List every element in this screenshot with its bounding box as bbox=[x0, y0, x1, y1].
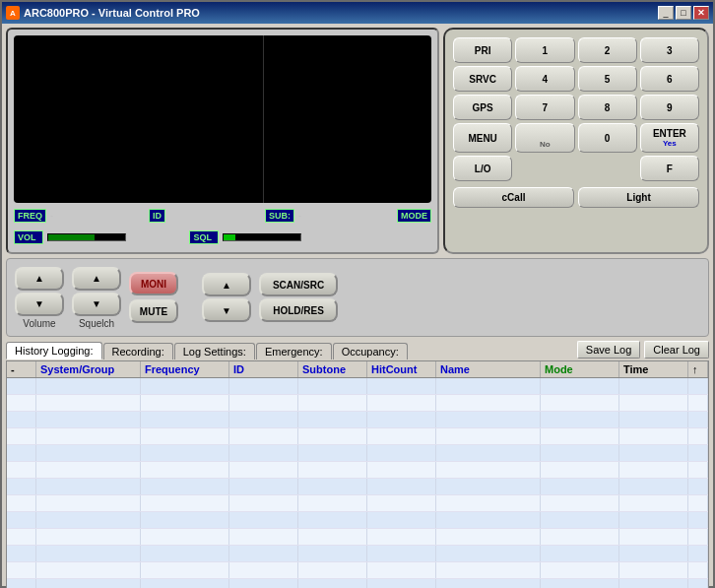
scan-src-button[interactable]: SCAN/SRC bbox=[259, 273, 338, 296]
key-lo[interactable]: L/O bbox=[453, 156, 512, 181]
table-cell bbox=[436, 412, 541, 427]
light-button[interactable]: Light bbox=[578, 187, 699, 208]
table-row[interactable] bbox=[7, 512, 708, 529]
key-2[interactable]: 2 bbox=[578, 37, 637, 63]
volume-down-button[interactable]: ▼ bbox=[15, 293, 64, 316]
table-cell bbox=[367, 546, 436, 561]
tab-recording[interactable]: Recording: bbox=[103, 343, 173, 359]
table-cell bbox=[298, 428, 367, 444]
table-cell bbox=[541, 546, 619, 561]
table-row[interactable] bbox=[7, 428, 708, 445]
table-cell bbox=[7, 378, 36, 394]
table-cell bbox=[436, 512, 541, 528]
table-row[interactable] bbox=[7, 378, 708, 395]
key-f[interactable]: F bbox=[640, 156, 699, 181]
table-cell bbox=[436, 529, 541, 545]
table-row[interactable] bbox=[7, 579, 708, 588]
key-5[interactable]: 5 bbox=[578, 66, 637, 92]
title-buttons: _ □ ✕ bbox=[658, 6, 709, 20]
col-header-name: Name bbox=[436, 361, 541, 377]
key-blank1 bbox=[515, 156, 574, 181]
vol-row: VOL SQL bbox=[14, 229, 431, 246]
key-0[interactable]: 0 bbox=[578, 123, 637, 153]
key-srvc[interactable]: SRVC bbox=[453, 66, 512, 92]
keypad-panel: PRI 1 2 3 SRVC 4 5 6 GPS 7 8 9 MENU bbox=[443, 28, 709, 254]
tab-occupancy[interactable]: Occupancy: bbox=[333, 343, 408, 359]
table-cell bbox=[688, 579, 708, 588]
maximize-button[interactable]: □ bbox=[676, 6, 691, 20]
mute-button[interactable]: MUTE bbox=[129, 299, 178, 323]
table-cell bbox=[298, 395, 367, 411]
squelch-down-button[interactable]: ▼ bbox=[72, 293, 121, 316]
key-dot[interactable]: No bbox=[515, 123, 574, 153]
squelch-up-button[interactable]: ▲ bbox=[72, 267, 121, 291]
minimize-button[interactable]: _ bbox=[658, 6, 674, 20]
table-cell bbox=[141, 546, 229, 561]
table-cell bbox=[688, 378, 708, 394]
table-cell bbox=[541, 462, 619, 478]
save-log-button[interactable]: Save Log bbox=[577, 341, 640, 359]
updown-group: ▲ ▼ bbox=[202, 273, 251, 322]
tab-log-settings[interactable]: Log Settings: bbox=[174, 343, 255, 359]
table-cell bbox=[688, 462, 708, 478]
table-row[interactable] bbox=[7, 495, 708, 512]
close-button[interactable]: ✕ bbox=[693, 6, 709, 20]
table-row[interactable] bbox=[7, 529, 708, 546]
key-6[interactable]: 6 bbox=[640, 66, 699, 92]
clear-log-button[interactable]: Clear Log bbox=[644, 341, 709, 359]
vol-slider[interactable] bbox=[47, 233, 126, 241]
table-row[interactable] bbox=[7, 412, 708, 428]
table-cell bbox=[141, 579, 229, 588]
key-blank2 bbox=[578, 156, 637, 181]
table-cell bbox=[436, 395, 541, 411]
key-9[interactable]: 9 bbox=[640, 95, 699, 120]
table-row[interactable] bbox=[7, 479, 708, 495]
key-pri[interactable]: PRI bbox=[453, 37, 512, 63]
key-8[interactable]: 8 bbox=[578, 95, 637, 120]
col-header-time: Time bbox=[619, 361, 688, 377]
table-cell bbox=[229, 462, 298, 478]
scan-hold-group: SCAN/SRC HOLD/RES bbox=[259, 273, 338, 322]
tab-emergency[interactable]: Emergency: bbox=[256, 343, 332, 359]
table-row[interactable] bbox=[7, 395, 708, 412]
key-enter[interactable]: ENTER Yes bbox=[640, 123, 699, 153]
key-3[interactable]: 3 bbox=[640, 37, 699, 63]
channel-up-button[interactable]: ▲ bbox=[202, 273, 251, 296]
tab-history-logging[interactable]: History Logging: bbox=[6, 342, 102, 359]
table-cell bbox=[229, 412, 298, 427]
key-menu[interactable]: MENU bbox=[453, 123, 512, 153]
app-icon: A bbox=[6, 6, 20, 20]
table-cell bbox=[229, 428, 298, 444]
table-cell bbox=[229, 579, 298, 588]
key-7[interactable]: 7 bbox=[515, 95, 574, 120]
key-1[interactable]: 1 bbox=[515, 37, 574, 63]
table-cell bbox=[7, 546, 36, 561]
table-row[interactable] bbox=[7, 546, 708, 562]
table-row[interactable] bbox=[7, 562, 708, 579]
content-area: FREQ - ID SUB: - MODE VOL SQL bbox=[2, 24, 713, 588]
table-cell bbox=[541, 412, 619, 427]
table-cell bbox=[541, 445, 619, 461]
tab-header: History Logging: Recording: Log Settings… bbox=[6, 341, 709, 360]
table-cell bbox=[141, 495, 229, 511]
table-cell bbox=[688, 512, 708, 528]
channel-down-button[interactable]: ▼ bbox=[202, 298, 251, 322]
table-cell bbox=[367, 378, 436, 394]
ccall-button[interactable]: cCall bbox=[453, 187, 574, 208]
table-cell bbox=[36, 412, 141, 427]
volume-up-button[interactable]: ▲ bbox=[15, 267, 64, 291]
moni-button[interactable]: MONI bbox=[129, 272, 178, 295]
table-row[interactable] bbox=[7, 445, 708, 462]
table-cell bbox=[619, 412, 688, 427]
table-cell bbox=[36, 395, 141, 411]
table-cell bbox=[141, 412, 229, 427]
table-cell bbox=[298, 529, 367, 545]
table-cell bbox=[229, 546, 298, 561]
hold-res-button[interactable]: HOLD/RES bbox=[259, 298, 338, 322]
volume-label: Volume bbox=[23, 318, 55, 329]
window-title: ARC800PRO - Virtual Control PRO bbox=[24, 7, 200, 19]
table-row[interactable] bbox=[7, 462, 708, 479]
sql-slider[interactable] bbox=[223, 233, 301, 241]
key-4[interactable]: 4 bbox=[515, 66, 574, 92]
key-gps[interactable]: GPS bbox=[453, 95, 512, 120]
